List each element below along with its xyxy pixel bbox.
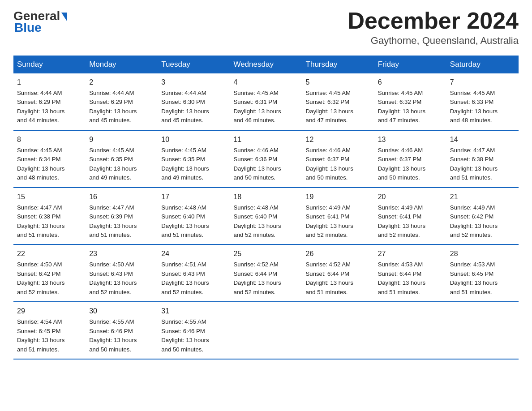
day-info: Sunrise: 4:44 AMSunset: 6:29 PMDaylight:…: [89, 90, 137, 124]
day-number: 27: [378, 248, 443, 259]
day-info: Sunrise: 4:45 AMSunset: 6:34 PMDaylight:…: [17, 147, 64, 181]
day-number: 22: [17, 248, 82, 259]
day-number: 8: [17, 134, 82, 145]
day-number: 18: [233, 192, 298, 202]
col-monday: Monday: [86, 56, 158, 73]
day-info: Sunrise: 4:53 AMSunset: 6:44 PMDaylight:…: [378, 261, 425, 295]
day-info: Sunrise: 4:44 AMSunset: 6:29 PMDaylight:…: [17, 90, 64, 124]
table-row: 21 Sunrise: 4:49 AMSunset: 6:42 PMDaylig…: [446, 188, 519, 245]
day-info: Sunrise: 4:53 AMSunset: 6:45 PMDaylight:…: [450, 261, 498, 295]
table-row: 18 Sunrise: 4:48 AMSunset: 6:40 PMDaylig…: [230, 188, 302, 245]
day-number: 10: [161, 134, 226, 145]
table-row: [374, 302, 446, 359]
table-row: 22 Sunrise: 4:50 AMSunset: 6:42 PMDaylig…: [13, 244, 86, 302]
col-thursday: Thursday: [302, 56, 374, 73]
day-info: Sunrise: 4:46 AMSunset: 6:36 PMDaylight:…: [233, 147, 281, 181]
day-number: 30: [89, 306, 154, 317]
day-number: 2: [89, 77, 154, 88]
logo-text-blue: Blue: [13, 21, 42, 35]
calendar-table: Sunday Monday Tuesday Wednesday Thursday…: [13, 56, 519, 360]
day-info: Sunrise: 4:48 AMSunset: 6:40 PMDaylight:…: [161, 204, 209, 238]
calendar-week-row: 8 Sunrise: 4:45 AMSunset: 6:34 PMDayligh…: [13, 130, 519, 188]
day-info: Sunrise: 4:45 AMSunset: 6:35 PMDaylight:…: [161, 147, 209, 181]
day-info: Sunrise: 4:55 AMSunset: 6:46 PMDaylight:…: [161, 318, 209, 352]
table-row: 26 Sunrise: 4:52 AMSunset: 6:44 PMDaylig…: [302, 244, 374, 302]
day-number: 31: [161, 306, 226, 317]
calendar-week-row: 15 Sunrise: 4:47 AMSunset: 6:38 PMDaylig…: [13, 188, 519, 245]
table-row: 28 Sunrise: 4:53 AMSunset: 6:45 PMDaylig…: [446, 244, 519, 302]
day-info: Sunrise: 4:52 AMSunset: 6:44 PMDaylight:…: [233, 261, 281, 295]
col-saturday: Saturday: [446, 56, 519, 73]
calendar-week-row: 1 Sunrise: 4:44 AMSunset: 6:29 PMDayligh…: [13, 73, 519, 130]
day-number: 12: [306, 134, 371, 145]
day-info: Sunrise: 4:54 AMSunset: 6:45 PMDaylight:…: [17, 318, 64, 352]
day-number: 25: [233, 248, 298, 259]
day-info: Sunrise: 4:50 AMSunset: 6:42 PMDaylight:…: [17, 261, 64, 295]
col-tuesday: Tuesday: [158, 56, 230, 73]
day-info: Sunrise: 4:46 AMSunset: 6:37 PMDaylight:…: [306, 147, 353, 181]
table-row: 8 Sunrise: 4:45 AMSunset: 6:34 PMDayligh…: [13, 130, 86, 188]
day-number: 26: [306, 248, 371, 259]
logo: General Blue: [13, 9, 67, 35]
calendar-week-row: 22 Sunrise: 4:50 AMSunset: 6:42 PMDaylig…: [13, 244, 519, 302]
table-row: 5 Sunrise: 4:45 AMSunset: 6:32 PMDayligh…: [302, 73, 374, 130]
table-row: 12 Sunrise: 4:46 AMSunset: 6:37 PMDaylig…: [302, 130, 374, 188]
calendar-header-row: Sunday Monday Tuesday Wednesday Thursday…: [13, 56, 519, 73]
day-number: 24: [161, 248, 226, 259]
day-info: Sunrise: 4:49 AMSunset: 6:41 PMDaylight:…: [306, 204, 353, 238]
day-info: Sunrise: 4:45 AMSunset: 6:32 PMDaylight:…: [306, 90, 353, 124]
day-number: 23: [89, 248, 154, 259]
table-row: 15 Sunrise: 4:47 AMSunset: 6:38 PMDaylig…: [13, 188, 86, 245]
day-number: 15: [17, 192, 82, 202]
day-info: Sunrise: 4:45 AMSunset: 6:35 PMDaylight:…: [89, 147, 137, 181]
day-number: 4: [233, 77, 298, 88]
table-row: 13 Sunrise: 4:46 AMSunset: 6:37 PMDaylig…: [374, 130, 446, 188]
table-row: 1 Sunrise: 4:44 AMSunset: 6:29 PMDayligh…: [13, 73, 86, 130]
table-row: [230, 302, 302, 359]
table-row: 16 Sunrise: 4:47 AMSunset: 6:39 PMDaylig…: [86, 188, 158, 245]
day-info: Sunrise: 4:47 AMSunset: 6:38 PMDaylight:…: [450, 147, 498, 181]
day-number: 14: [450, 134, 515, 145]
day-info: Sunrise: 4:47 AMSunset: 6:39 PMDaylight:…: [89, 204, 137, 238]
calendar-week-row: 29 Sunrise: 4:54 AMSunset: 6:45 PMDaylig…: [13, 302, 519, 359]
table-row: 30 Sunrise: 4:55 AMSunset: 6:46 PMDaylig…: [86, 302, 158, 359]
day-number: 21: [450, 192, 515, 202]
day-number: 28: [450, 248, 515, 259]
table-row: 7 Sunrise: 4:45 AMSunset: 6:33 PMDayligh…: [446, 73, 519, 130]
table-row: 27 Sunrise: 4:53 AMSunset: 6:44 PMDaylig…: [374, 244, 446, 302]
table-row: 19 Sunrise: 4:49 AMSunset: 6:41 PMDaylig…: [302, 188, 374, 245]
col-wednesday: Wednesday: [230, 56, 302, 73]
table-row: 29 Sunrise: 4:54 AMSunset: 6:45 PMDaylig…: [13, 302, 86, 359]
table-row: 31 Sunrise: 4:55 AMSunset: 6:46 PMDaylig…: [158, 302, 230, 359]
day-info: Sunrise: 4:52 AMSunset: 6:44 PMDaylight:…: [306, 261, 353, 295]
day-info: Sunrise: 4:45 AMSunset: 6:32 PMDaylight:…: [378, 90, 425, 124]
table-row: [446, 302, 519, 359]
table-row: 24 Sunrise: 4:51 AMSunset: 6:43 PMDaylig…: [158, 244, 230, 302]
table-row: 11 Sunrise: 4:46 AMSunset: 6:36 PMDaylig…: [230, 130, 302, 188]
table-row: 25 Sunrise: 4:52 AMSunset: 6:44 PMDaylig…: [230, 244, 302, 302]
day-number: 13: [378, 134, 443, 145]
day-number: 9: [89, 134, 154, 145]
table-row: 6 Sunrise: 4:45 AMSunset: 6:32 PMDayligh…: [374, 73, 446, 130]
day-info: Sunrise: 4:46 AMSunset: 6:37 PMDaylight:…: [378, 147, 425, 181]
col-friday: Friday: [374, 56, 446, 73]
table-row: 9 Sunrise: 4:45 AMSunset: 6:35 PMDayligh…: [86, 130, 158, 188]
day-info: Sunrise: 4:51 AMSunset: 6:43 PMDaylight:…: [161, 261, 209, 295]
day-number: 5: [306, 77, 371, 88]
table-row: [302, 302, 374, 359]
table-row: 10 Sunrise: 4:45 AMSunset: 6:35 PMDaylig…: [158, 130, 230, 188]
logo-triangle-icon: [61, 13, 67, 21]
table-row: 4 Sunrise: 4:45 AMSunset: 6:31 PMDayligh…: [230, 73, 302, 130]
table-row: 23 Sunrise: 4:50 AMSunset: 6:43 PMDaylig…: [86, 244, 158, 302]
table-row: 17 Sunrise: 4:48 AMSunset: 6:40 PMDaylig…: [158, 188, 230, 245]
month-title: December 2024: [348, 9, 519, 32]
day-info: Sunrise: 4:48 AMSunset: 6:40 PMDaylight:…: [233, 204, 281, 238]
location-title: Gaythorne, Queensland, Australia: [348, 35, 519, 47]
day-info: Sunrise: 4:44 AMSunset: 6:30 PMDaylight:…: [161, 90, 209, 124]
day-number: 7: [450, 77, 515, 88]
table-row: 20 Sunrise: 4:49 AMSunset: 6:41 PMDaylig…: [374, 188, 446, 245]
table-row: 14 Sunrise: 4:47 AMSunset: 6:38 PMDaylig…: [446, 130, 519, 188]
day-info: Sunrise: 4:45 AMSunset: 6:33 PMDaylight:…: [450, 90, 498, 124]
day-number: 20: [378, 192, 443, 202]
day-number: 3: [161, 77, 226, 88]
